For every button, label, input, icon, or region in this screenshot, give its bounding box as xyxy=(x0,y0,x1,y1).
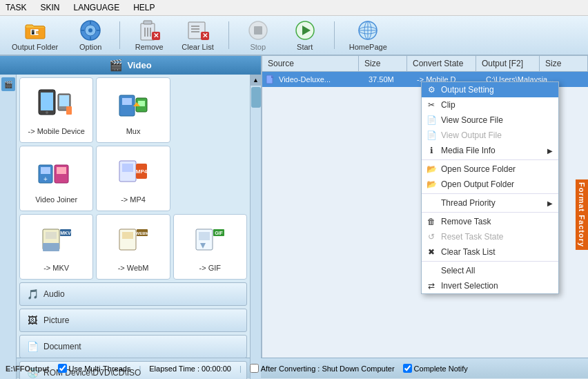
video-sidebar-icon[interactable]: 🎬 xyxy=(1,77,15,91)
audio-category[interactable]: 🎵 Audio xyxy=(19,282,247,306)
ctx-open-source-label: Open Source Folder xyxy=(441,164,516,174)
shutdown-label: After Converting : Shut Down Computer xyxy=(261,365,395,373)
ctx-remove-task-label: Remove Task xyxy=(441,217,491,226)
ctx-select-all[interactable]: Select All xyxy=(422,263,558,278)
status-sep-2: | xyxy=(239,365,242,373)
webm-label: -> WebM xyxy=(118,264,149,272)
ctx-clip[interactable]: ✂ Clip xyxy=(422,97,558,113)
left-panel-header: 🎬 Video xyxy=(0,56,261,75)
ctx-media-info-label: Media File Info xyxy=(441,146,496,155)
col-header-size2: Size xyxy=(540,56,588,71)
ctx-thread-arrow: ▶ xyxy=(547,200,553,207)
mux-cell[interactable]: Mux xyxy=(96,77,170,143)
stop-label: Stop xyxy=(250,43,266,51)
ctx-thread-priority[interactable]: Thread Priority ▶ xyxy=(422,195,558,211)
menu-help[interactable]: HELP xyxy=(130,1,157,14)
ctx-view-output-icon: 📄 xyxy=(426,130,437,141)
icon-sidebar: 🎬 xyxy=(0,75,17,379)
ctx-media-file-info[interactable]: ℹ Media File Info ▶ xyxy=(422,143,558,158)
clear-list-button[interactable]: ✕ Clear List xyxy=(175,16,219,55)
scroll-thumb[interactable] xyxy=(251,87,261,108)
ctx-clear-label: Clear Task List xyxy=(441,247,495,257)
svg-text:✕: ✕ xyxy=(153,32,159,39)
svg-rect-36 xyxy=(59,95,69,106)
clear-list-icon: ✕ xyxy=(187,19,209,41)
ctx-open-output-icon: 📂 xyxy=(426,179,437,190)
start-label: Start xyxy=(297,43,313,51)
remove-icon: ✕ xyxy=(138,19,160,41)
shutdown-checkbox[interactable] xyxy=(250,364,259,373)
output-folder-button[interactable]: 📱🖥 Output Folder xyxy=(6,16,64,55)
toolbar-divider-1 xyxy=(119,21,120,49)
svg-point-5 xyxy=(88,28,92,32)
remove-button[interactable]: ✕ Remove xyxy=(128,16,170,55)
svg-rect-39 xyxy=(122,98,132,105)
grid-row-2: + Video Joiner xyxy=(19,146,247,211)
option-label: Option xyxy=(79,43,101,51)
document-category[interactable]: 📄 Document xyxy=(19,335,247,358)
col-header-convert: Convert State xyxy=(407,56,476,71)
picture-category[interactable]: 🖼 Picture xyxy=(19,309,247,332)
ctx-open-output-folder[interactable]: 📂 Open Output Folder xyxy=(422,177,558,192)
shutdown-check[interactable]: After Converting : Shut Down Computer xyxy=(250,364,395,373)
ctx-sep-4 xyxy=(422,261,558,262)
ctx-thread-label: Thread Priority xyxy=(441,198,496,208)
col-header-output: Output [F2] xyxy=(476,56,540,71)
menu-skin[interactable]: SKIN xyxy=(37,1,62,14)
mux-icon xyxy=(112,86,154,127)
ctx-reset-label: Reset Task State xyxy=(441,232,504,242)
menu-language[interactable]: LANGUAGE xyxy=(70,1,122,14)
toolbar-divider-3 xyxy=(334,21,335,49)
option-icon xyxy=(79,19,101,41)
file-source: Video-Deluxe... xyxy=(279,75,369,84)
grid-row-3: MKV -> MKV WEBM xyxy=(19,214,247,280)
output-folder-label: Output Folder xyxy=(12,43,58,51)
svg-rect-37 xyxy=(66,106,72,115)
right-panel: Source Size Convert State Output [F2] Si… xyxy=(262,56,588,358)
webm-cell[interactable]: WEBM -> WebM xyxy=(96,214,170,280)
scroll-up-button[interactable]: ▲ xyxy=(251,75,262,86)
mkv-cell[interactable]: MKV -> MKV xyxy=(19,214,93,280)
ctx-sep-2 xyxy=(422,193,558,194)
ctx-open-source-folder[interactable]: 📂 Open Source Folder xyxy=(422,162,558,177)
start-button[interactable]: Start xyxy=(284,16,326,55)
svg-text:WEBM: WEBM xyxy=(135,231,148,235)
ctx-invert-selection[interactable]: ⇄ Invert Selection xyxy=(422,278,558,293)
ctx-clip-label: Clip xyxy=(441,100,455,110)
ctx-invert-icon: ⇄ xyxy=(426,280,437,291)
option-button[interactable]: Option xyxy=(70,16,111,55)
stop-button[interactable]: Stop xyxy=(237,16,279,55)
ctx-sep-1 xyxy=(422,159,558,160)
ctx-select-all-label: Select All xyxy=(441,266,475,275)
gif-label: -> GIF xyxy=(199,264,221,272)
menu-task[interactable]: TASK xyxy=(3,1,29,14)
ctx-view-source-file[interactable]: 📄 View Source File xyxy=(422,113,558,128)
mobile-device-icon xyxy=(36,86,77,127)
ctx-view-output-label: View Output File xyxy=(441,130,502,140)
multithreads-check[interactable]: Use Multi-Threads xyxy=(58,364,131,373)
stop-icon xyxy=(247,19,269,41)
homepage-button[interactable]: HomePage xyxy=(343,16,393,55)
notify-checkbox[interactable] xyxy=(403,364,412,373)
video-joiner-cell[interactable]: + Video Joiner xyxy=(19,146,93,211)
mkv-icon: MKV xyxy=(36,222,77,264)
mp4-label: -> MP4 xyxy=(121,195,146,204)
ctx-output-setting[interactable]: ⚙ Output Setting xyxy=(422,82,558,97)
left-scrollbar[interactable]: ▲ ▼ xyxy=(250,75,261,379)
menubar: TASK SKIN LANGUAGE HELP xyxy=(0,0,588,16)
notify-check[interactable]: Complete Notify xyxy=(403,364,468,373)
ctx-remove-task[interactable]: 🗑 Remove Task xyxy=(422,214,558,229)
svg-rect-24 xyxy=(254,26,262,35)
ctx-view-source-label: View Source File xyxy=(441,115,503,125)
gif-cell[interactable]: GIF -> GIF xyxy=(173,214,247,280)
ctx-view-output-file: 📄 View Output File xyxy=(422,128,558,143)
ctx-clear-icon: ✖ xyxy=(426,246,437,257)
svg-rect-47 xyxy=(57,167,66,174)
left-content: 🎬 xyxy=(0,75,261,379)
ctx-clear-task-list[interactable]: ✖ Clear Task List xyxy=(422,244,558,260)
multithreads-checkbox[interactable] xyxy=(58,364,67,373)
ctx-open-source-icon: 📂 xyxy=(426,164,437,175)
mobile-device-cell[interactable]: -> Mobile Device xyxy=(19,77,93,143)
document-label: Document xyxy=(43,342,81,351)
mp4-cell[interactable]: MP4 -> MP4 xyxy=(96,146,170,211)
